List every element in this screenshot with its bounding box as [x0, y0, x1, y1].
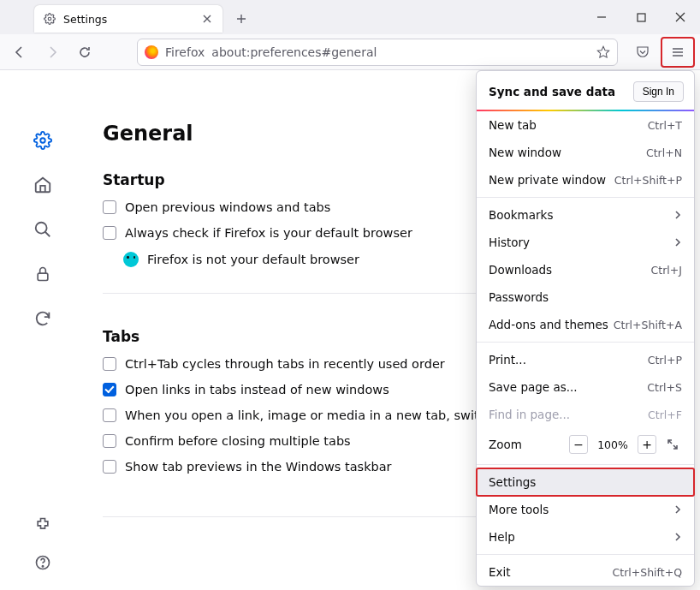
svg-rect-5 — [38, 273, 48, 280]
svg-rect-1 — [638, 14, 645, 21]
sidebar-sync[interactable] — [33, 308, 53, 329]
checkbox[interactable] — [103, 357, 116, 371]
label: When you open a link, image or media in … — [125, 408, 502, 422]
label: Open links in tabs instead of new window… — [125, 383, 389, 396]
checkbox[interactable] — [103, 200, 116, 214]
fullscreen-button[interactable] — [663, 435, 682, 454]
new-tab-button[interactable] — [229, 7, 253, 31]
menu-find[interactable]: Find in page...Ctrl+F — [477, 401, 694, 428]
sidebar-search[interactable] — [33, 219, 53, 240]
menu-settings[interactable]: Settings — [477, 468, 694, 496]
zoom-out-button[interactable]: − — [569, 435, 588, 454]
sidebar-general[interactable] — [33, 130, 53, 151]
checkbox[interactable] — [103, 434, 116, 448]
sign-in-button[interactable]: Sign In — [633, 81, 684, 102]
menu-passwords[interactable]: Passwords — [477, 283, 694, 311]
chevron-right-icon — [673, 533, 682, 541]
label: Show tab previews in the Windows taskbar — [125, 460, 392, 474]
pocket-button[interactable] — [628, 39, 657, 65]
label: Confirm before closing multiple tabs — [125, 434, 351, 448]
zoom-value: 100% — [595, 438, 631, 451]
svg-point-3 — [40, 138, 45, 143]
zoom-in-button[interactable]: + — [638, 435, 656, 454]
titlebar: Settings — [0, 0, 700, 34]
menu-new-private-window[interactable]: New private windowCtrl+Shift+P — [477, 166, 694, 194]
menu-history[interactable]: History — [477, 229, 694, 256]
menu-save-as[interactable]: Save page as...Ctrl+S — [477, 373, 694, 401]
sidebar-help[interactable] — [33, 552, 53, 573]
chevron-right-icon — [673, 211, 682, 219]
sidebar-extensions[interactable] — [33, 515, 53, 535]
tab-title: Settings — [63, 13, 200, 26]
firefox-icon — [145, 45, 158, 59]
zoom-label: Zoom — [489, 438, 562, 451]
star-icon[interactable] — [596, 45, 610, 59]
sync-label: Sync and save data — [489, 85, 615, 98]
menu-bookmarks[interactable]: Bookmarks — [477, 201, 694, 229]
menu-new-tab[interactable]: New tabCtrl+T — [477, 111, 694, 139]
close-window-button[interactable] — [661, 0, 700, 34]
menu-help[interactable]: Help — [477, 523, 694, 551]
app-menu-button[interactable] — [663, 39, 692, 65]
sidebar-home[interactable] — [33, 175, 53, 195]
label: Ctrl+Tab cycles through tabs in recently… — [125, 357, 445, 371]
sad-face-icon — [123, 252, 139, 267]
sidebar-privacy[interactable] — [33, 264, 53, 284]
back-button[interactable] — [5, 39, 34, 65]
minimize-button[interactable] — [582, 0, 621, 34]
svg-marker-2 — [597, 46, 608, 57]
label: Open previous windows and tabs — [125, 200, 330, 214]
url-text: about:preferences#general — [211, 45, 377, 59]
menu-more-tools[interactable]: More tools — [477, 496, 694, 523]
menu-addons[interactable]: Add-ons and themesCtrl+Shift+A — [477, 311, 694, 338]
svg-point-4 — [36, 223, 47, 234]
maximize-button[interactable] — [621, 0, 661, 34]
menu-sync-header: Sync and save data Sign In — [477, 71, 694, 111]
gear-icon — [43, 12, 56, 26]
forward-button[interactable] — [38, 39, 67, 65]
reload-button[interactable] — [70, 39, 99, 65]
tab-close-button[interactable] — [200, 12, 214, 26]
checkbox[interactable] — [103, 383, 116, 396]
menu-zoom: Zoom − 100% + — [477, 428, 694, 461]
svg-point-7 — [42, 566, 43, 567]
menu-new-window[interactable]: New windowCtrl+N — [477, 139, 694, 166]
settings-sidebar — [0, 70, 86, 590]
checkbox[interactable] — [103, 408, 116, 422]
menu-downloads[interactable]: DownloadsCtrl+J — [477, 256, 694, 283]
svg-point-0 — [48, 17, 51, 21]
menu-exit[interactable]: ExitCtrl+Shift+Q — [477, 558, 694, 586]
window-controls — [582, 0, 700, 34]
address-bar[interactable]: Firefox about:preferences#general — [137, 39, 618, 66]
app-menu: Sync and save data Sign In New tabCtrl+T… — [476, 70, 695, 587]
checkbox[interactable] — [103, 226, 116, 240]
checkbox[interactable] — [103, 460, 116, 474]
label: Always check if Firefox is your default … — [125, 226, 412, 240]
nav-toolbar: Firefox about:preferences#general — [0, 34, 700, 70]
menu-print[interactable]: Print...Ctrl+P — [477, 346, 694, 373]
app-menu-highlight — [661, 37, 695, 68]
chevron-right-icon — [673, 238, 682, 247]
identity-label: Firefox — [165, 45, 205, 59]
chevron-right-icon — [673, 505, 682, 514]
status-text: Firefox is not your default browser — [147, 253, 359, 266]
browser-tab[interactable]: Settings — [34, 5, 222, 33]
